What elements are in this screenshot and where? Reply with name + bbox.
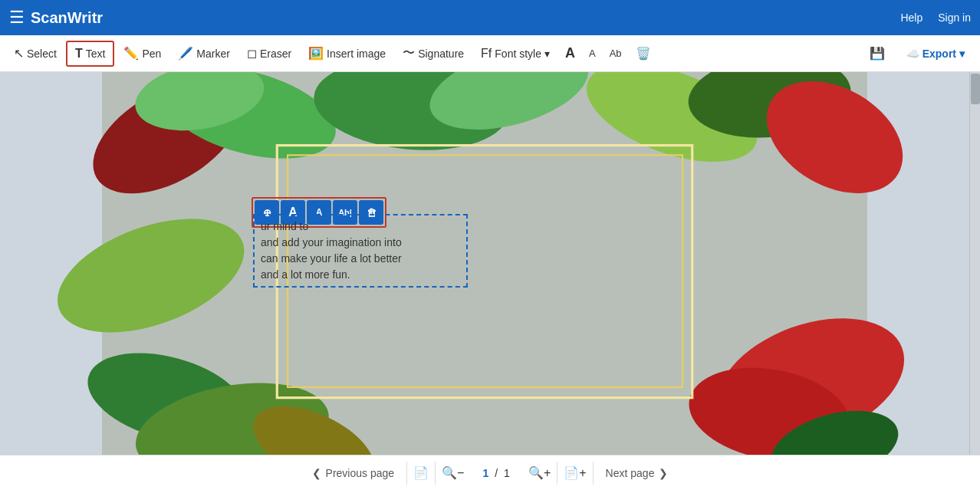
next-page-button[interactable]: Next page ❯ (594, 461, 681, 485)
delete-button[interactable]: 🗑️ (630, 41, 657, 65)
next-page-label: Next page (606, 467, 655, 479)
save-button[interactable]: 💾 (863, 41, 891, 65)
pen-icon: ✏️ (123, 46, 139, 61)
font-style-label: Font style (495, 48, 541, 60)
text-button[interactable]: T Text (66, 41, 114, 67)
logo-icon: ☰ (9, 8, 25, 28)
page-info: 1 / 1 (470, 467, 521, 479)
zoom-out-button[interactable]: 🔍− (436, 461, 470, 485)
text-label: Text (86, 48, 106, 60)
add-page-icon: 📄+ (564, 466, 586, 479)
export-upload-icon: ☁️ (906, 48, 919, 60)
text-line-2: and add your imagination into (261, 235, 460, 251)
chevron-left-icon: ❮ (312, 467, 321, 479)
scrollbar-thumb[interactable] (971, 74, 980, 104)
logo-area: ☰ ScanWritr (9, 8, 103, 28)
current-page: 1 (482, 467, 488, 479)
font-style-chevron: ▾ (544, 48, 550, 60)
export-label: Export (922, 48, 956, 60)
eraser-icon: ◻ (247, 46, 257, 61)
font-large-button[interactable]: A (559, 41, 581, 66)
toolbar-right: 💾 ☁️ Export ▾ (863, 41, 974, 65)
main-area: ⊕ A A Ab| 🗑 ur mind to and add your imag… (0, 72, 980, 455)
text-icon: T (75, 47, 83, 61)
previous-page-button[interactable]: ❮ Previous page (300, 461, 407, 485)
signin-link[interactable]: Sign in (938, 12, 971, 24)
pen-label: Pen (142, 48, 161, 60)
eraser-label: Eraser (260, 48, 291, 60)
marker-button[interactable]: 🖊️ Marker (170, 41, 238, 65)
topbar-actions: Help Sign in (900, 12, 971, 24)
main-toolbar: ↖ Select T Text ✏️ Pen 🖊️ Marker ◻ Erase… (0, 35, 980, 72)
marker-label: Marker (196, 48, 230, 60)
font-style-button[interactable]: Ff Font style ▾ (473, 42, 557, 65)
signature-button[interactable]: 〜 Signature (395, 41, 472, 66)
text-line-3: can make your life a lot better (261, 251, 460, 267)
total-pages: 1 (504, 467, 510, 479)
vertical-scrollbar[interactable] (969, 72, 980, 455)
bottom-toolbar: ❮ Previous page 📄 🔍− 1 / 1 🔍+ 📄+ Next pa… (0, 455, 980, 490)
signature-icon: 〜 (403, 45, 415, 61)
export-chevron-icon: ▾ (959, 48, 965, 60)
marker-icon: 🖊️ (178, 46, 193, 61)
text-line-1: ur mind to (261, 219, 460, 235)
help-link[interactable]: Help (900, 12, 922, 24)
page-separator: / (495, 467, 498, 479)
select-label: Select (27, 48, 57, 60)
export-button[interactable]: ☁️ Export ▾ (897, 43, 974, 64)
insert-image-icon: 🖼️ (308, 46, 324, 61)
canvas-area[interactable]: ⊕ A A Ab| 🗑 ur mind to and add your imag… (0, 72, 969, 455)
select-button[interactable]: ↖ Select (6, 41, 64, 65)
font-small-button[interactable]: A (583, 43, 602, 64)
chevron-right-icon: ❯ (659, 467, 668, 479)
text-line-4: and a lot more fun. (261, 267, 460, 283)
page-thumbnail-button[interactable]: 📄 (407, 461, 435, 485)
insert-image-button[interactable]: 🖼️ Insert image (301, 41, 393, 65)
add-page-button[interactable]: 📄+ (557, 461, 592, 485)
page-background (0, 72, 969, 455)
zoom-out-icon: 🔍− (442, 466, 464, 479)
insert-image-label: Insert image (327, 48, 386, 60)
eraser-button[interactable]: ◻ Eraser (239, 41, 299, 65)
font-bg-button[interactable]: Ab (603, 43, 628, 64)
text-element[interactable]: ur mind to and add your imagination into… (253, 214, 468, 288)
zoom-in-button[interactable]: 🔍+ (522, 461, 557, 485)
signature-label: Signature (418, 48, 464, 60)
previous-page-label: Previous page (326, 467, 395, 479)
select-icon: ↖ (14, 46, 24, 61)
logo-text: ScanWritr (31, 9, 103, 27)
pen-button[interactable]: ✏️ Pen (116, 41, 169, 65)
top-navigation: ☰ ScanWritr Help Sign in (0, 0, 980, 35)
font-style-icon: Ff (481, 47, 492, 61)
zoom-in-icon: 🔍+ (528, 466, 551, 479)
